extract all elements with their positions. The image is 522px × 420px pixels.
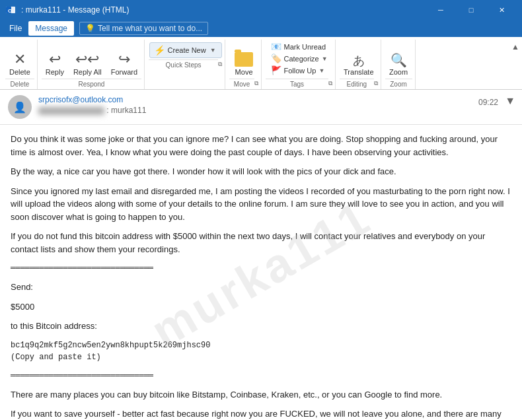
body-send: Send: xyxy=(11,281,511,294)
ribbon: ✕ Delete Delete ↩ Reply ↩↩ Reply All xyxy=(0,37,522,90)
minimize-button[interactable]: ─ xyxy=(426,0,456,20)
to-line: : murka111 xyxy=(38,106,514,115)
tell-me-box[interactable]: 💡 Tell me what you want to do... xyxy=(79,22,208,35)
body-para-1: Do you think it was some joke or that yo… xyxy=(11,133,511,158)
svg-text:O: O xyxy=(8,8,12,14)
email-time: 09:22 xyxy=(478,98,498,107)
avatar-icon: 👤 xyxy=(13,101,26,114)
menu-message[interactable]: Message xyxy=(28,21,74,36)
from-email: srpcrisofx@outlook.com xyxy=(38,95,123,104)
zoom-buttons: 🔍 Zoom xyxy=(385,40,412,77)
respond-group-label-area: Respond xyxy=(42,77,141,89)
mark-unread-icon: 📧 xyxy=(271,42,281,52)
delete-group-label-area: Delete xyxy=(5,77,34,89)
outlook-icon: O xyxy=(5,5,16,15)
ribbon-group-move: Move Move ⧉ xyxy=(227,40,262,89)
subject-suffix: : murka111 xyxy=(106,106,146,115)
editing-launcher[interactable]: ⧉ xyxy=(374,80,378,87)
title-bar-controls: ─ □ ✕ xyxy=(426,0,517,20)
forward-label: Forward xyxy=(111,68,137,76)
translate-icon: あ xyxy=(353,55,365,67)
quicksteps-group-label: Quick Steps xyxy=(149,59,218,70)
quicksteps-buttons: ⚡ Create New ▼ xyxy=(149,40,222,58)
delete-group-label: Delete xyxy=(5,79,34,89)
move-launcher[interactable]: ⧉ xyxy=(254,80,258,87)
body-para-6: If you want to save yourself - better ac… xyxy=(11,407,511,420)
tags-group-label: Tags xyxy=(266,79,328,89)
body-to-address: to this Bitcoin address: xyxy=(11,320,511,333)
respond-group-label: Respond xyxy=(42,79,141,89)
expand-button[interactable]: ▼ xyxy=(505,95,515,107)
zoom-group-label-area: Zoom xyxy=(385,77,412,89)
translate-label: Translate xyxy=(344,68,373,76)
title-bar: O : murka111 - Message (HTML) ─ □ ✕ xyxy=(0,0,522,20)
ribbon-group-quicksteps: ⚡ Create New ▼ Quick Steps ⧉ xyxy=(146,40,225,89)
avatar: 👤 xyxy=(8,95,32,119)
menu-file[interactable]: File xyxy=(3,21,28,36)
categorize-icon: 🏷️ xyxy=(271,53,281,63)
email-body: murka111 Do you think it was some joke o… xyxy=(0,125,522,420)
delete-label: Delete xyxy=(9,68,30,76)
create-new-label: Create New xyxy=(168,46,206,54)
move-group-label: Move xyxy=(229,79,254,89)
window-title: : murka111 - Message (HTML) xyxy=(21,5,129,15)
reply-all-button[interactable]: ↩↩ Reply All xyxy=(69,40,106,77)
zoom-group-label: Zoom xyxy=(385,79,412,89)
ribbon-group-zoom: 🔍 Zoom Zoom xyxy=(383,40,416,89)
zoom-button[interactable]: 🔍 Zoom xyxy=(385,40,412,77)
quicksteps-arrow: ▼ xyxy=(210,47,216,53)
mark-unread-label: Mark Unread xyxy=(284,43,326,51)
create-new-button[interactable]: ⚡ Create New ▼ xyxy=(149,42,222,58)
body-para-2: By the way, a nice car you have got ther… xyxy=(11,165,511,178)
move-buttons: Move xyxy=(229,40,258,77)
reply-button[interactable]: ↩ Reply xyxy=(42,40,68,77)
ribbon-group-editing: あ Translate Editing ⧉ xyxy=(337,40,381,89)
move-group-label-area: Move ⧉ xyxy=(229,77,258,89)
follow-up-button[interactable]: 🚩 Follow Up ▼ xyxy=(268,65,330,76)
categorize-arrow: ▼ xyxy=(322,55,328,62)
editing-buttons: あ Translate xyxy=(340,40,377,77)
follow-up-arrow: ▼ xyxy=(318,67,324,74)
body-divider-1: ══════════════════════════════ xyxy=(11,262,511,274)
close-button[interactable]: ✕ xyxy=(486,0,517,20)
ribbon-collapse-button[interactable]: ▲ xyxy=(511,42,519,52)
body-address: bc1q9q2mkf5g2ncw5en2ywn8khpupt5k269mjhsc… xyxy=(11,339,511,363)
ribbon-group-delete: ✕ Delete Delete xyxy=(3,40,38,89)
reply-all-label: Reply All xyxy=(73,68,102,76)
body-para-5: There are many places you can buy bitcoi… xyxy=(11,388,511,402)
categorize-label: Categorize xyxy=(284,55,319,63)
move-button[interactable]: Move xyxy=(229,40,258,77)
move-label: Move xyxy=(235,68,253,76)
editing-group-label: Editing xyxy=(340,79,373,89)
reply-all-icon: ↩↩ xyxy=(75,52,99,67)
email-meta: srpcrisofx@outlook.com : murka111 xyxy=(38,95,514,115)
tags-group-label-area: Tags ⧉ xyxy=(266,77,332,89)
tags-launcher[interactable]: ⧉ xyxy=(328,80,332,87)
lightning-icon: ⚡ xyxy=(154,45,165,55)
body-divider-2: ══════════════════════════════ xyxy=(11,370,511,382)
ribbon-groups: ✕ Delete Delete ↩ Reply ↩↩ Reply All xyxy=(0,40,522,89)
title-bar-left: O : murka111 - Message (HTML) xyxy=(5,5,129,15)
ribbon-group-respond: ↩ Reply ↩↩ Reply All ↪ Forward Respond xyxy=(39,40,145,89)
mark-unread-button[interactable]: 📧 Mark Unread xyxy=(268,41,330,52)
delete-buttons: ✕ Delete xyxy=(5,40,34,77)
quicksteps-launcher[interactable]: ⧉ xyxy=(218,61,222,68)
categorize-button[interactable]: 🏷️ Categorize ▼ xyxy=(268,53,330,64)
tell-me-icon: 💡 xyxy=(85,24,95,33)
restore-button[interactable]: □ xyxy=(456,0,486,20)
ribbon-group-tags: 📧 Mark Unread 🏷️ Categorize ▼ 🚩 Follow U… xyxy=(263,40,336,89)
blurred-name xyxy=(38,107,104,115)
from-line: srpcrisofx@outlook.com xyxy=(38,95,514,104)
zoom-label: Zoom xyxy=(389,68,408,76)
forward-button[interactable]: ↪ Forward xyxy=(107,40,141,77)
body-para-3: Since you ignored my last email and disr… xyxy=(11,185,511,224)
translate-button[interactable]: あ Translate xyxy=(340,40,377,77)
zoom-icon: 🔍 xyxy=(391,53,407,67)
tags-buttons: 📧 Mark Unread 🏷️ Categorize ▼ 🚩 Follow U… xyxy=(268,40,330,77)
email-header: 👤 srpcrisofx@outlook.com : murka111 09:2… xyxy=(0,90,522,125)
delete-button[interactable]: ✕ Delete xyxy=(5,40,34,77)
menu-bar: File Message 💡 Tell me what you want to … xyxy=(0,20,522,37)
body-para-4: If you do not fund this bitcoin address … xyxy=(11,230,511,256)
body-amount: $5000 xyxy=(11,300,511,314)
forward-icon: ↪ xyxy=(118,52,130,67)
